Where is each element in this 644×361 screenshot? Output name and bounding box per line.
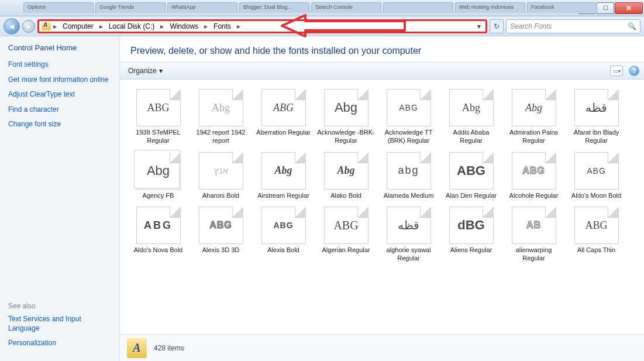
sidebar: Control Panel Home Font settings Get mor…	[0, 36, 120, 361]
font-item[interactable]: AbgAgency FB	[127, 150, 190, 202]
font-preview-thumb: Abg	[449, 89, 494, 126]
search-placeholder: Search Fonts	[510, 22, 552, 30]
font-item[interactable]: AbgAddis Ababa Regular	[440, 87, 502, 147]
fonts-folder-icon: A	[127, 338, 147, 358]
font-item-label: Algerian Regular	[322, 246, 370, 255]
font-item[interactable]: ABGAcknowledge TT (BRK) Regular	[377, 87, 440, 147]
font-preview-thumb: Abg	[512, 89, 556, 126]
font-item[interactable]: ABGAlan Den Regular	[440, 150, 502, 202]
back-button[interactable]: ◄	[4, 18, 20, 35]
address-row: ◄ ► ▸ Computer ▸ Local Disk (C:) ▸ Windo…	[0, 16, 644, 36]
font-preview-thumb: ABG	[324, 207, 369, 244]
font-item[interactable]: ABGAlexis Bold	[252, 204, 315, 265]
maximize-button[interactable]: ☐	[597, 2, 614, 14]
font-item-label: Aharoni Bold	[202, 192, 239, 200]
font-item[interactable]: ABGAll Caps Thin	[565, 204, 628, 265]
font-preview-thumb: dBG	[449, 207, 494, 244]
search-input[interactable]: Search Fonts 🔍	[506, 19, 640, 33]
chevron-right-icon[interactable]: ▸	[52, 22, 58, 30]
font-item-label: Admiration Pains Regular	[505, 129, 563, 145]
fonts-folder-icon	[42, 22, 51, 30]
font-grid[interactable]: ABG1938 STeMPEL RegularAbg1942 report 19…	[120, 80, 644, 334]
font-preview-thumb: ABG	[449, 152, 494, 190]
font-preview-thumb: ABG	[261, 207, 306, 244]
organize-button[interactable]: Organize ▾	[125, 66, 166, 76]
browser-tabstrip: OptionsGoogle TrendsWhatsAppBlogger: Dua…	[23, 2, 597, 13]
font-preview-thumb: ABG	[512, 152, 556, 190]
font-item-label: Airstream Regular	[257, 192, 309, 200]
font-item-label: alghorie syawal Regular	[380, 246, 438, 263]
font-item[interactable]: ABGAldo's Moon Bold	[565, 150, 628, 202]
font-item[interactable]: אנץAharoni Bold	[190, 150, 252, 202]
font-item[interactable]: ABG1938 STeMPEL Regular	[127, 87, 190, 147]
font-item[interactable]: ABGAlexis 3D 3D	[190, 204, 252, 265]
sidebar-link-personalization[interactable]: Personalization	[8, 339, 111, 348]
toolbar-right: ▭▾ ?	[610, 66, 639, 76]
font-item[interactable]: AbgAlako Bold	[315, 150, 377, 202]
browser-tab[interactable]: Search Console	[311, 2, 381, 13]
font-item-label: Alako Bold	[330, 192, 361, 200]
font-preview-thumb: Abg	[324, 152, 369, 190]
font-item[interactable]: abgAlameda Medium	[377, 150, 440, 202]
sidebar-link-more-info[interactable]: Get more font information online	[8, 75, 111, 85]
sidebar-link-font-settings[interactable]: Font settings	[8, 60, 111, 70]
close-button[interactable]: ✕	[615, 2, 643, 14]
sidebar-link-change-size[interactable]: Change font size	[8, 120, 111, 129]
font-item-label: Acknowledge -BRK- Regular	[317, 129, 376, 145]
chevron-right-icon[interactable]: ▸	[159, 22, 165, 30]
font-item-label: alienwarping Regular	[505, 246, 563, 263]
browser-tab[interactable]: Blogger: Dual Blog...	[239, 2, 309, 13]
forward-button[interactable]: ►	[22, 20, 35, 33]
font-item-label: Aldo's Nova Bold	[134, 246, 182, 255]
font-preview-thumb: قظه	[387, 207, 431, 244]
font-row: ABG1938 STeMPEL RegularAbg1942 report 19…	[127, 87, 640, 147]
chevron-right-icon[interactable]: ▸	[98, 22, 104, 30]
control-panel-home-link[interactable]: Control Panel Home	[8, 43, 111, 52]
help-icon[interactable]: ?	[629, 66, 639, 76]
breadcrumb[interactable]: Local Disk (C:)	[105, 22, 159, 30]
browser-tab[interactable]	[383, 2, 453, 13]
font-item[interactable]: dBGAliens Regular	[440, 204, 502, 265]
chevron-right-icon[interactable]: ▸	[236, 22, 242, 30]
font-item-label: Aberration Regular	[256, 129, 310, 137]
browser-tab[interactable]: Google Trends	[95, 2, 166, 13]
address-dropdown-icon[interactable]: ▾	[475, 22, 483, 30]
browser-tab[interactable]: WhatsApp	[167, 2, 237, 13]
chevron-right-icon[interactable]: ▸	[203, 22, 209, 30]
breadcrumb[interactable]: Windows	[166, 22, 202, 30]
font-item-label: Alexis Bold	[267, 246, 299, 255]
breadcrumb[interactable]: Fonts	[210, 22, 235, 30]
font-item[interactable]: ABGAldo's Nova Bold	[127, 204, 190, 265]
chevron-down-icon: ▾	[159, 67, 163, 75]
font-preview-thumb: ABG	[199, 207, 243, 244]
font-item[interactable]: ABalienwarping Regular	[502, 204, 565, 265]
refresh-button[interactable]: ↻	[490, 19, 504, 33]
browser-tab[interactable]: Facebook	[527, 2, 597, 13]
view-options-button[interactable]: ▭▾	[610, 66, 623, 76]
breadcrumb[interactable]: Computer	[59, 22, 97, 30]
font-preview-thumb: ABG	[387, 89, 431, 126]
font-item[interactable]: قظهAfarat ibn Blady Regular	[565, 87, 628, 147]
font-preview-thumb: قظه	[574, 89, 619, 126]
font-item[interactable]: AbgAirstream Regular	[252, 150, 315, 202]
sidebar-link-text-services[interactable]: Text Services and Input Language	[8, 315, 111, 333]
address-bar[interactable]: ▸ Computer ▸ Local Disk (C:) ▸ Windows ▸…	[37, 19, 487, 33]
font-item-label: Alan Den Regular	[446, 192, 497, 200]
sidebar-link-cleartype[interactable]: Adjust ClearType text	[8, 90, 111, 99]
main-panel: Preview, delete, or show and hide the fo…	[120, 36, 644, 361]
browser-tab[interactable]: Options	[23, 2, 94, 13]
font-item[interactable]: قظهalghorie syawal Regular	[377, 204, 440, 265]
font-item[interactable]: AbgAdmiration Pains Regular	[502, 87, 565, 147]
font-item[interactable]: AbgAcknowledge -BRK- Regular	[315, 87, 377, 147]
font-item-label: Alexis 3D 3D	[202, 246, 240, 255]
font-row: ABGAldo's Nova BoldABGAlexis 3D 3DABGAle…	[127, 204, 640, 265]
font-item[interactable]: ABGAlgerian Regular	[315, 204, 377, 265]
status-item-count: 428 items	[154, 344, 184, 352]
font-preview-thumb: ABG	[574, 152, 619, 190]
see-also-label: See also	[8, 302, 111, 310]
browser-tab[interactable]: Web Hosting Indonesia	[455, 2, 525, 13]
font-item[interactable]: ABGAlcohole Regular	[502, 150, 565, 202]
font-item[interactable]: Abg1942 report 1942 report	[190, 87, 252, 147]
sidebar-link-find-character[interactable]: Find a character	[8, 105, 111, 115]
font-item[interactable]: ABGAberration Regular	[252, 87, 315, 147]
